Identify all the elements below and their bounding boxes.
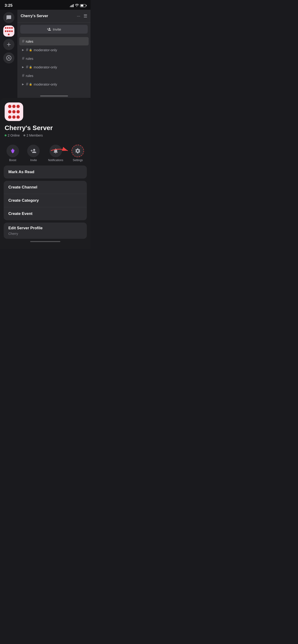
scroll-indicator [40,96,68,96]
sidebar-item-dm[interactable] [3,12,15,23]
notifications-icon-wrap [50,145,62,157]
invite-icon-wrap [27,145,40,157]
channel-hash-icon: # [22,39,24,43]
channel-arrow-icon: ▶ [22,48,24,52]
channel-item-mod-only-1[interactable]: ▶ # 🔒 moderator-only [19,46,89,54]
create-category-button[interactable]: Create Category [4,194,87,207]
server-title: Cherry's Server [5,124,86,132]
channel-hash-icon: # [26,65,28,69]
server-stats: 2 Online 2 Members [5,134,86,137]
channel-lock-icon: 🔒 [29,66,32,68]
svg-point-1 [8,57,9,58]
channel-hash-icon: # [26,82,28,86]
channel-item-rules-1[interactable]: # rules [19,37,89,46]
invite-button-label: Invite [53,27,61,31]
server-name-header: Cherry's Server [21,14,48,18]
create-channel-button[interactable]: Create Channel [4,181,87,194]
action-row: Boost Invite Notifications [0,141,91,166]
mark-as-read-card: Mark As Read [4,166,87,178]
server-avatar-large [5,102,23,121]
battery-icon [80,4,86,7]
boost-icon-wrap [7,145,19,157]
sidebar-item-discover[interactable] [3,52,15,64]
channel-item-rules-2[interactable]: # rules [19,54,89,62]
invite-button[interactable]: Invite [20,25,88,34]
channel-name: moderator-only [34,82,57,86]
status-time: 3:25 [5,3,13,8]
boost-button[interactable]: Boost [7,145,19,162]
channel-hash-icon: # [22,74,24,78]
invite-label: Invite [30,158,37,162]
settings-icon-wrap [72,145,84,157]
channel-item-rules-3[interactable]: # rules [19,72,89,80]
status-icons [69,4,86,8]
server-info: Cherry's Server 2 Online 2 Members [0,98,91,141]
edit-profile-card: Edit Server Profile Cherry [4,222,87,239]
channel-hash-icon: # [26,48,28,52]
status-bar: 3:25 [0,0,91,10]
create-options-card: Create Channel Create Category Create Ev… [4,181,87,220]
edit-profile-subtitle: Cherry [4,231,87,239]
channel-name: moderator-only [34,65,57,69]
sidebar-item-add-server[interactable] [3,39,15,50]
notifications-label: Notifications [48,158,63,162]
create-event-button[interactable]: Create Event [4,207,87,220]
header-icons: ··· ☰ [77,14,87,18]
channel-lock-icon: 🔒 [29,48,32,52]
channel-arrow-icon: ▶ [22,66,24,68]
channel-name: rules [26,40,34,43]
online-count: 2 Online [8,134,20,137]
settings-label: Settings [73,158,83,162]
bottom-sheet: Cherry's Server 2 Online 2 Members Boost [0,98,91,249]
invite-action-button[interactable]: Invite [27,145,40,162]
channel-item-mod-only-2[interactable]: ▶ # 🔒 moderator-only [19,63,89,71]
sidebar [0,10,18,98]
channel-name: moderator-only [34,48,57,52]
hamburger-menu-icon[interactable]: ☰ [84,14,87,18]
home-indicator [30,241,60,242]
member-count: 2 Members [27,134,43,137]
top-section: Cherry's Server ··· ☰ Invite # rules ▶ #… [0,10,91,98]
channel-name: rules [26,56,34,60]
members-dot [24,134,25,136]
channel-hash-icon: # [22,56,24,60]
sidebar-item-cherry-server[interactable] [3,26,15,37]
wifi-icon [75,4,79,8]
channel-arrow-icon: ▶ [22,83,24,86]
notifications-button[interactable]: Notifications [48,145,63,162]
more-options-icon[interactable]: ··· [77,14,80,18]
menu-section: Mark As Read Create Channel Create Categ… [4,166,87,239]
server-header: Cherry's Server ··· ☰ [18,10,91,22]
mark-as-read-button[interactable]: Mark As Read [4,166,87,178]
online-dot [5,134,7,136]
boost-label: Boost [9,158,16,162]
settings-button[interactable]: Settings [72,145,84,162]
signal-icon [69,4,74,7]
channel-list: # rules ▶ # 🔒 moderator-only # rules ▶ #… [18,36,91,94]
channel-lock-icon: 🔒 [29,83,32,86]
channel-panel: Cherry's Server ··· ☰ Invite # rules ▶ #… [18,10,91,98]
channel-item-mod-only-3[interactable]: ▶ # 🔒 moderator-only [19,80,89,88]
channel-name: rules [26,74,34,78]
edit-profile-button[interactable]: Edit Server Profile [8,226,82,230]
